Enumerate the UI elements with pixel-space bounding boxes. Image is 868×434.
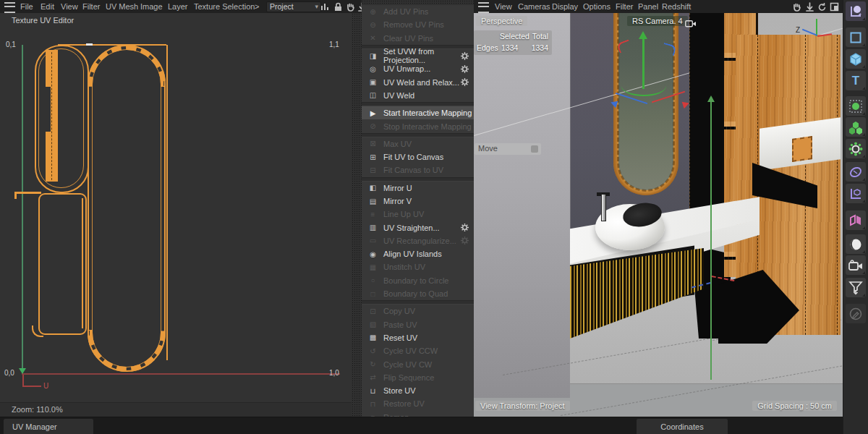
menu-item-label: UV Weld and Relax... bbox=[383, 78, 459, 87]
uv-seam bbox=[837, 35, 838, 335]
y-axis-line bbox=[710, 101, 712, 380]
menu-item-reset-uv[interactable]: ▩Reset UV bbox=[362, 331, 474, 344]
menu-item-fit-uv-to-canvas[interactable]: ⊞Fit UV to Canvas bbox=[362, 150, 474, 163]
coordinate-axis-tool[interactable] bbox=[846, 1, 866, 21]
menu-texture-selection[interactable]: Texture Selection bbox=[194, 2, 255, 11]
menu-item-label: Paste UV bbox=[383, 320, 417, 329]
vp-menu-view[interactable]: View bbox=[495, 2, 512, 11]
projection-icon: ◨ bbox=[367, 52, 378, 60]
hamburger-menu-icon[interactable] bbox=[4, 2, 15, 13]
gizmo-green-arc bbox=[621, 76, 666, 96]
move-gizmo[interactable] bbox=[609, 31, 689, 112]
unwrap-icon: ◎ bbox=[367, 65, 378, 73]
max-uv-icon: ⊠ bbox=[367, 140, 378, 148]
menu-item-label: Add UV Pins bbox=[383, 7, 428, 16]
menu-item-start-interactive-mapping[interactable]: ▶Start Interactive Mapping bbox=[362, 106, 474, 119]
menu-view[interactable]: View bbox=[61, 2, 78, 11]
tab-uv-manager[interactable]: UV Manager bbox=[4, 419, 93, 434]
cinema4d-uv-workspace: File Edit View Filter UV Mesh Image Laye… bbox=[0, 0, 868, 434]
straighten-icon: ▥ bbox=[367, 224, 378, 231]
uv-commands-panel: ⊕Add UV Pins ⊖Remove UV Pins ✕Clear UV P… bbox=[362, 0, 474, 417]
menu-overflow-chevron[interactable]: > bbox=[255, 2, 259, 11]
paste-icon: ▧ bbox=[367, 320, 378, 328]
camera-icon[interactable] bbox=[685, 17, 697, 30]
mirror-v-icon: ▤ bbox=[367, 197, 378, 205]
disc-mode-tool[interactable] bbox=[846, 162, 866, 182]
u-axis-line bbox=[22, 373, 340, 375]
menu-edit[interactable]: Edit bbox=[41, 2, 54, 11]
selection-stats-hud: Selected Total Edges 1334 1334 bbox=[474, 30, 552, 55]
menu-item-restore-uv: ⊓Restore UV bbox=[362, 397, 474, 410]
menu-item-line-up-uv: ≡Line Up UV bbox=[362, 208, 474, 221]
reset-uv-icon: ▩ bbox=[367, 333, 378, 341]
menu-item-uv-straighten[interactable]: ▥UV Straighten... bbox=[362, 221, 474, 234]
cube-mode-tool[interactable] bbox=[846, 49, 866, 69]
rectangle-mode-tool[interactable] bbox=[846, 27, 866, 47]
menu-item-unstitch-uv: ▦Unstitch UV bbox=[362, 260, 474, 273]
menu-item-label: UV Unwrap... bbox=[383, 64, 430, 73]
vp-menu-redshift[interactable]: Redshift bbox=[662, 2, 691, 11]
text-mode-tool[interactable]: T bbox=[846, 71, 866, 90]
menu-item-label: Restore UV bbox=[383, 399, 425, 408]
enable-axis-tool[interactable] bbox=[846, 96, 866, 116]
cycle-cw-icon: ↻ bbox=[367, 360, 378, 368]
viewport-solo-tool[interactable] bbox=[846, 234, 866, 254]
modeling-settings-tool[interactable] bbox=[846, 139, 866, 158]
gizmo-y-arrow[interactable] bbox=[639, 31, 647, 39]
menu-item-paste-uv: ▧Paste UV bbox=[362, 318, 474, 331]
menu-item-mirror-v[interactable]: ▤Mirror V bbox=[362, 195, 474, 208]
options-gear-icon[interactable] bbox=[461, 78, 469, 86]
perspective-viewport[interactable]: Z Perspective RS Camera. 4 Selected Tota… bbox=[474, 13, 843, 417]
stop-icon: ⊘ bbox=[367, 122, 378, 130]
shelf-object bbox=[792, 136, 812, 162]
vp-menu-cameras[interactable]: Cameras bbox=[518, 2, 550, 11]
view-name-overlay[interactable]: Perspective bbox=[476, 16, 527, 26]
edit-locked-tool bbox=[846, 304, 866, 323]
menu-item-set-uvw-from-projection[interactable]: ◨Set UVW from Projection... bbox=[362, 49, 474, 62]
scene-camera-tool[interactable] bbox=[846, 255, 866, 275]
menu-item-uv-weld[interactable]: ◫UV Weld bbox=[362, 89, 474, 102]
workplane-axis-tool[interactable] bbox=[846, 184, 866, 203]
vp-menu-panel[interactable]: Panel bbox=[638, 2, 658, 11]
menu-item-label: Boundary to Circle bbox=[383, 276, 449, 285]
right-tool-palette: T bbox=[843, 0, 868, 434]
panel-drag-handle[interactable] bbox=[352, 13, 362, 417]
menu-item-label: Fit UV to Canvas bbox=[383, 153, 443, 161]
view-filter-tool[interactable] bbox=[846, 278, 866, 297]
unstitch-icon: ▦ bbox=[367, 263, 378, 271]
viewport-hamburger-icon[interactable] bbox=[478, 2, 489, 13]
selected-uv-edge-highlight bbox=[86, 43, 93, 46]
menu-file[interactable]: File bbox=[20, 2, 33, 11]
options-gear-icon[interactable] bbox=[461, 52, 469, 60]
menu-item-label: Start Interactive Mapping bbox=[383, 109, 472, 117]
polygons-mode-tool[interactable] bbox=[846, 117, 866, 137]
menu-layer[interactable]: Layer bbox=[168, 2, 188, 11]
menu-item-label: Cycle UV CW bbox=[383, 360, 432, 369]
menu-item-label: Remove UV Pins bbox=[383, 20, 444, 29]
active-tool-overlay: Move bbox=[475, 143, 541, 155]
menu-item-align-uv-islands[interactable]: ◉Align UV Islands bbox=[362, 247, 474, 260]
fit-uv-canvas-icon: ⊞ bbox=[367, 153, 378, 161]
menu-image[interactable]: Image bbox=[140, 2, 163, 11]
restore-uv-icon: ⊓ bbox=[367, 400, 378, 408]
menu-item-mirror-u[interactable]: ◧Mirror U bbox=[362, 182, 474, 195]
menu-item-label: Flip Sequence bbox=[383, 373, 434, 382]
vp-menu-options[interactable]: Options bbox=[583, 2, 610, 11]
menu-uv-mesh[interactable]: UV Mesh bbox=[106, 2, 138, 11]
options-gear-icon[interactable] bbox=[461, 65, 469, 73]
tab-coordinates[interactable]: Coordinates bbox=[637, 419, 728, 434]
vp-menu-display[interactable]: Display bbox=[552, 2, 578, 11]
project-dropdown[interactable]: Project▾ bbox=[266, 1, 321, 12]
line-up-icon: ≡ bbox=[367, 210, 378, 218]
menu-item-uv-unwrap[interactable]: ◎UV Unwrap... bbox=[362, 62, 474, 75]
menu-item-uv-weld-and-relax[interactable]: ▣UV Weld and Relax... bbox=[362, 75, 474, 88]
menu-filter[interactable]: Filter bbox=[82, 2, 100, 11]
play-icon: ▶ bbox=[367, 109, 378, 117]
mirror-polygons-tool[interactable] bbox=[846, 210, 866, 230]
vp-menu-filter[interactable]: Filter bbox=[616, 2, 633, 11]
options-gear-icon[interactable] bbox=[461, 224, 469, 231]
menu-item-cycle-uv-cw: ↻Cycle UV CW bbox=[362, 357, 474, 370]
camera-name-overlay[interactable]: RS Camera. 4 bbox=[627, 16, 688, 26]
menu-item-store-uv[interactable]: ⊔Store UV bbox=[362, 384, 474, 397]
panel-drag-handle[interactable] bbox=[362, 0, 474, 5]
